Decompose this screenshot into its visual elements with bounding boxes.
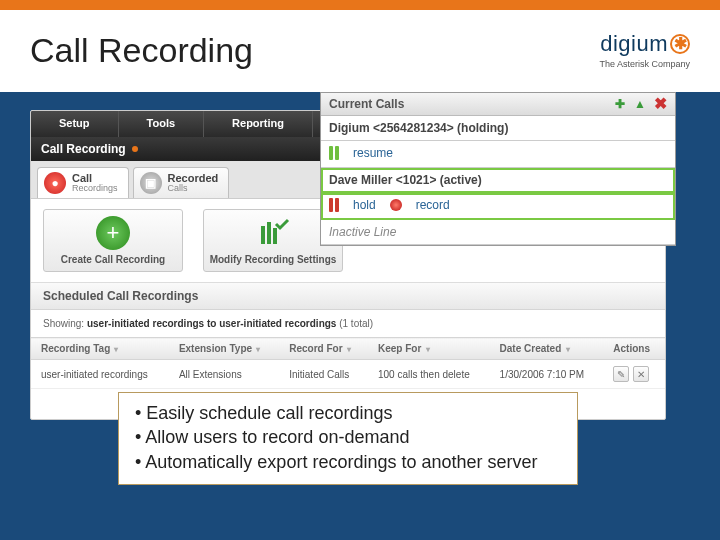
tab-sub: Calls [168, 184, 219, 193]
showing-summary: Showing: user-initiated recordings to us… [31, 310, 665, 337]
pause-bars-icon [329, 198, 339, 212]
breadcrumb-dot-icon [132, 146, 138, 152]
page-title: Call Recording [30, 31, 253, 70]
asterisk-icon: ✱ [670, 34, 690, 54]
sort-icon: ▾ [345, 345, 351, 354]
action-label: Create Call Recording [48, 254, 178, 265]
action-label: Modify Recording Settings [208, 254, 338, 265]
logo-text: digium [600, 31, 668, 57]
sort-icon: ▾ [423, 345, 429, 354]
showing-total: (1 total) [339, 318, 373, 329]
call-label: Dave Miller <1021> (active) [329, 173, 482, 187]
col-keep-for[interactable]: Keep For ▾ [368, 338, 490, 360]
svg-rect-0 [261, 226, 265, 244]
delete-button[interactable]: ✕ [633, 366, 649, 382]
bullet-item: • Allow users to record on-demand [135, 425, 561, 449]
tab-call-recordings[interactable]: ● Call Recordings [37, 167, 129, 198]
title-area: Call Recording digium ✱ The Asterisk Com… [0, 10, 720, 92]
edit-button[interactable]: ✎ [613, 366, 629, 382]
table-header-row: Recording Tag ▾ Extension Type ▾ Record … [31, 338, 665, 360]
tab-sub: Recordings [72, 184, 118, 193]
showing-range: user-initiated recordings to user-initia… [87, 318, 337, 329]
cell-actions: ✎ ✕ [603, 360, 665, 389]
col-recording-tag[interactable]: Recording Tag ▾ [31, 338, 169, 360]
svg-rect-2 [273, 228, 277, 244]
call-row-active[interactable]: Dave Miller <1021> (active) [321, 168, 675, 193]
add-icon[interactable]: ✚ [613, 97, 627, 111]
content-area: Setup Tools Reporting Call Recording ● C… [0, 92, 720, 440]
menu-tools[interactable]: Tools [119, 111, 205, 137]
cell-date: 1/30/2006 7:10 PM [490, 360, 604, 389]
col-record-for[interactable]: Record For ▾ [279, 338, 368, 360]
call-label: Digium <2564281234> (holding) [329, 121, 508, 135]
menu-setup[interactable]: Setup [31, 111, 119, 137]
menu-reporting[interactable]: Reporting [204, 111, 313, 137]
cell-keep-for: 100 calls then delete [368, 360, 490, 389]
svg-rect-1 [267, 222, 271, 244]
create-call-recording-button[interactable]: + Create Call Recording [43, 209, 183, 272]
pause-bars-icon [329, 146, 339, 160]
cassette-icon: ▣ [140, 172, 162, 194]
inactive-line-row: Inactive Line [321, 220, 675, 245]
sort-icon: ▾ [563, 345, 569, 354]
sort-icon: ▾ [112, 345, 118, 354]
record-icon: ● [44, 172, 66, 194]
showing-prefix: Showing: [43, 318, 84, 329]
panel-heading: Scheduled Call Recordings [31, 283, 665, 310]
slide: Call Recording digium ✱ The Asterisk Com… [0, 0, 720, 540]
plus-icon: + [96, 216, 130, 250]
popover-header: Current Calls ✚ ▲ ✖ [321, 93, 675, 116]
table-row: user-initiated recordings All Extensions… [31, 360, 665, 389]
sort-icon: ▾ [254, 345, 260, 354]
cell-record-for: Initiated Calls [279, 360, 368, 389]
cell-ext: All Extensions [169, 360, 279, 389]
equalizer-check-icon [256, 216, 290, 250]
call-controls-holding: resume [321, 141, 675, 168]
resume-link[interactable]: resume [353, 146, 393, 160]
record-dot-icon [390, 199, 402, 211]
bullet-callout: • Easily schedule call recordings • Allo… [118, 392, 578, 485]
tab-recorded-calls[interactable]: ▣ Recorded Calls [133, 167, 230, 198]
popover-title: Current Calls [329, 97, 404, 111]
expand-icon[interactable]: ▲ [633, 97, 647, 111]
brand-logo: digium ✱ The Asterisk Company [599, 31, 690, 69]
close-icon[interactable]: ✖ [653, 97, 667, 111]
call-controls-active: hold record [321, 193, 675, 220]
bullet-item: • Automatically export recordings to ano… [135, 450, 561, 474]
col-extension-type[interactable]: Extension Type ▾ [169, 338, 279, 360]
col-actions: Actions [603, 338, 665, 360]
hold-link[interactable]: hold [353, 198, 376, 212]
cell-tag: user-initiated recordings [31, 360, 169, 389]
breadcrumb-label: Call Recording [41, 142, 126, 156]
recordings-table: Recording Tag ▾ Extension Type ▾ Record … [31, 337, 665, 389]
logo-tagline: The Asterisk Company [599, 59, 690, 69]
call-row-holding[interactable]: Digium <2564281234> (holding) [321, 116, 675, 141]
accent-bar [0, 0, 720, 10]
record-link[interactable]: record [416, 198, 450, 212]
bullet-item: • Easily schedule call recordings [135, 401, 561, 425]
col-date-created[interactable]: Date Created ▾ [490, 338, 604, 360]
current-calls-panel: Current Calls ✚ ▲ ✖ Digium <2564281234> … [320, 92, 676, 246]
